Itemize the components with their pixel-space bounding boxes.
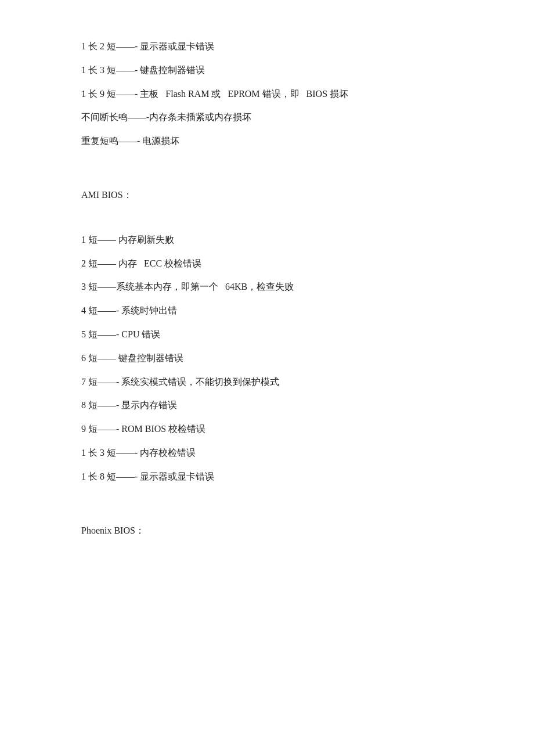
ami-item-4: 4 短——- 系统时钟出错 — [81, 299, 453, 323]
award-item-5: 重复短鸣——- 电源损坏 — [81, 129, 453, 153]
ami-item-3: 3 短——系统基本内存，即第一个 64KB，检查失败 — [81, 275, 453, 299]
ami-item-6: 6 短—— 键盘控制器错误 — [81, 347, 453, 370]
ami-item-11: 1 长 8 短——- 显示器或显卡错误 — [81, 465, 453, 489]
ami-item-7: 7 短——- 系统实模式错误，不能切换到保护模式 — [81, 370, 453, 394]
ami-item-10: 1 长 3 短——- 内存校检错误 — [81, 441, 453, 465]
award-item-3: 1 长 9 短——- 主板 Flash RAM 或 EPROM 错误，即 BIO… — [81, 82, 453, 106]
ami-item-8: 8 短——- 显示内存错误 — [81, 394, 453, 417]
ami-item-2: 2 短—— 内存 ECC 校检错误 — [81, 252, 453, 276]
ami-item-5: 5 短——- CPU 错误 — [81, 323, 453, 347]
award-item-4: 不间断长鸣——-内存条未插紧或内存损坏 — [81, 106, 453, 129]
phoenix-bios-header: Phoenix BIOS： — [81, 519, 453, 543]
award-item-2: 1 长 3 短——- 键盘控制器错误 — [81, 59, 453, 82]
award-item-1: 1 长 2 短——- 显示器或显卡错误 — [81, 35, 453, 59]
ami-item-1: 1 短—— 内存刷新失败 — [81, 228, 453, 252]
ami-item-9: 9 短——- ROM BIOS 校检错误 — [81, 417, 453, 441]
ami-bios-header: AMI BIOS： — [81, 183, 453, 207]
main-content: 1 长 2 短——- 显示器或显卡错误 1 长 3 短——- 键盘控制器错误 1… — [81, 35, 453, 542]
